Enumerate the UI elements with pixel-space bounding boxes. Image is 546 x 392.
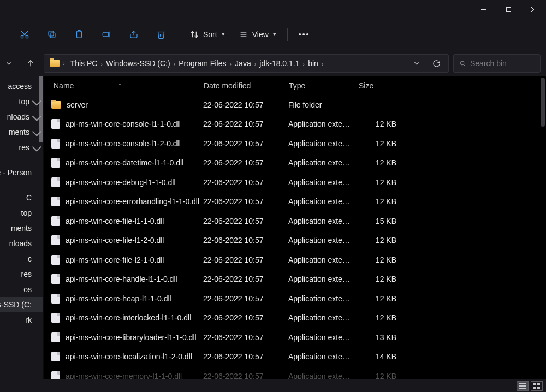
table-row[interactable]: api-ms-win-core-memory-l1-1-0.dll22-06-2… xyxy=(51,366,546,379)
delete-button[interactable] xyxy=(149,23,173,45)
table-row[interactable]: api-ms-win-core-file-l1-2-0.dll22-06-202… xyxy=(51,231,546,251)
file-date: 22-06-2022 10:57 xyxy=(199,352,284,361)
view-menu[interactable]: View ▾ xyxy=(234,23,282,45)
up-button[interactable] xyxy=(22,55,39,72)
sidebar-item[interactable]: c xyxy=(0,251,44,266)
file-type: Application extens... xyxy=(284,372,354,379)
file-type: Application extens... xyxy=(284,256,354,264)
file-date: 22-06-2022 10:57 xyxy=(199,256,284,264)
file-type: Application extens... xyxy=(284,275,354,283)
file-date: 22-06-2022 10:57 xyxy=(199,294,284,303)
address-bar[interactable]: › This PC›Windows-SSD (C:)›Program Files… xyxy=(44,54,449,73)
breadcrumb-item[interactable]: Windows-SSD (C:) xyxy=(104,59,172,68)
file-size: 12 KB xyxy=(354,372,403,379)
breadcrumb-item[interactable]: Java xyxy=(233,59,253,68)
maximize-button[interactable] xyxy=(496,0,521,19)
table-row[interactable]: api-ms-win-core-datetime-l1-1-0.dll22-06… xyxy=(51,153,546,173)
file-type: Application extens... xyxy=(284,313,354,322)
table-row[interactable]: api-ms-win-core-errorhandling-l1-1-0.dll… xyxy=(51,192,546,212)
breadcrumb-item[interactable]: jdk-18.0.1.1 xyxy=(257,59,301,68)
table-row[interactable]: api-ms-win-core-file-l2-1-0.dll22-06-202… xyxy=(51,250,546,270)
file-type: Application extens... xyxy=(284,217,354,225)
close-button[interactable] xyxy=(521,0,546,19)
sidebar-item[interactable]: ive - Person xyxy=(0,165,44,180)
navbar: › This PC›Windows-SSD (C:)›Program Files… xyxy=(0,50,546,76)
column-header-type[interactable]: Type xyxy=(284,81,354,90)
table-row[interactable]: api-ms-win-core-console-l1-1-0.dll22-06-… xyxy=(51,115,546,134)
sidebar-item[interactable]: top xyxy=(0,205,44,221)
navigation-pane[interactable]: accesstopnloadsmentsresive - PersonCtopm… xyxy=(0,76,44,379)
scrollbar[interactable] xyxy=(541,78,545,127)
sidebar-item[interactable]: lows-SSD (C: xyxy=(0,297,44,312)
copy-button[interactable] xyxy=(40,23,64,45)
file-icon xyxy=(51,313,60,323)
sidebar-item[interactable]: res xyxy=(0,266,44,282)
table-row[interactable]: api-ms-win-core-handle-l1-1-0.dll22-06-2… xyxy=(51,270,546,289)
file-size: 12 KB xyxy=(354,120,403,128)
svg-line-24 xyxy=(464,64,465,66)
more-menu[interactable]: ••• xyxy=(293,23,316,45)
sort-menu[interactable]: Sort ▾ xyxy=(185,23,230,45)
sidebar-item[interactable]: access xyxy=(0,79,44,94)
table-row[interactable]: api-ms-win-core-libraryloader-l1-1-0.dll… xyxy=(51,328,546,347)
table-row[interactable]: api-ms-win-core-console-l1-2-0.dll22-06-… xyxy=(51,134,546,153)
file-name: api-ms-win-core-errorhandling-l1-1-0.dll xyxy=(66,197,199,206)
sidebar-item[interactable]: ments xyxy=(0,124,44,140)
sidebar-item[interactable]: ments xyxy=(0,221,44,236)
file-type: Application extens... xyxy=(284,158,354,167)
sort-label: Sort xyxy=(203,30,217,39)
file-name: api-ms-win-core-file-l1-1-0.dll xyxy=(66,217,164,225)
table-row[interactable]: server22-06-2022 10:57File folder xyxy=(51,95,546,115)
file-icon xyxy=(51,294,60,304)
table-row[interactable]: api-ms-win-core-interlocked-l1-1-0.dll22… xyxy=(51,308,546,328)
table-row[interactable]: api-ms-win-core-file-l1-1-0.dll22-06-202… xyxy=(51,211,546,231)
file-icon xyxy=(51,139,60,149)
rename-button[interactable] xyxy=(94,23,118,45)
share-button[interactable] xyxy=(122,23,146,45)
thumbnails-view-button[interactable] xyxy=(531,381,543,391)
table-row[interactable]: api-ms-win-core-heap-l1-1-0.dll22-06-202… xyxy=(51,289,546,308)
table-row[interactable]: api-ms-win-core-localization-l1-2-0.dll2… xyxy=(51,347,546,367)
file-date: 22-06-2022 10:57 xyxy=(199,333,284,342)
file-date: 22-06-2022 10:57 xyxy=(199,275,284,283)
table-row[interactable]: api-ms-win-core-debug-l1-1-0.dll22-06-20… xyxy=(51,173,546,192)
column-header-name[interactable]: Name ˄ xyxy=(51,81,199,90)
file-name: api-ms-win-core-interlocked-l1-1-0.dll xyxy=(66,313,191,322)
chevron-right-icon: › xyxy=(228,61,233,67)
file-size: 12 KB xyxy=(354,275,403,283)
divider xyxy=(7,28,7,41)
file-name: api-ms-win-core-debug-l1-1-0.dll xyxy=(66,178,176,187)
sidebar-item[interactable]: res xyxy=(0,140,44,155)
address-history-button[interactable] xyxy=(408,55,425,72)
file-size: 12 KB xyxy=(354,197,403,206)
file-size: 12 KB xyxy=(354,294,403,303)
file-date: 22-06-2022 10:57 xyxy=(199,313,284,322)
file-type: File folder xyxy=(284,100,354,109)
sidebar-item[interactable]: nloads xyxy=(0,109,44,124)
toolbar: Sort ▾ View ▾ ••• xyxy=(0,19,546,50)
sidebar-item[interactable]: rk xyxy=(0,312,44,328)
file-size: 12 KB xyxy=(354,313,403,322)
file-name: api-ms-win-core-heap-l1-1-0.dll xyxy=(66,294,171,303)
sidebar-item[interactable]: C xyxy=(0,190,44,205)
cut-button[interactable] xyxy=(13,23,37,45)
file-icon xyxy=(51,197,60,206)
recent-locations-button[interactable] xyxy=(0,55,17,72)
minimize-button[interactable] xyxy=(471,0,496,19)
paste-button[interactable] xyxy=(67,23,91,45)
file-icon xyxy=(51,352,60,361)
sidebar-item[interactable]: os xyxy=(0,282,44,297)
sidebar-item[interactable]: top xyxy=(0,94,44,109)
column-header-date[interactable]: Date modified xyxy=(199,81,284,90)
search-input[interactable] xyxy=(470,59,535,68)
sidebar-item[interactable]: nloads xyxy=(0,236,44,251)
column-header-size[interactable]: Size xyxy=(354,81,403,90)
details-view-button[interactable] xyxy=(517,381,529,391)
breadcrumb-item[interactable]: This PC xyxy=(68,59,100,68)
search-box[interactable] xyxy=(453,54,541,73)
chevron-right-icon: › xyxy=(99,61,104,67)
folder-icon xyxy=(50,60,60,67)
refresh-button[interactable] xyxy=(428,55,445,72)
breadcrumb-item[interactable]: bin xyxy=(306,59,321,68)
breadcrumb-item[interactable]: Program Files xyxy=(176,59,228,68)
